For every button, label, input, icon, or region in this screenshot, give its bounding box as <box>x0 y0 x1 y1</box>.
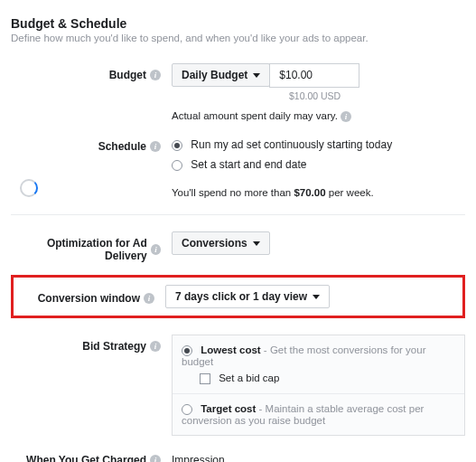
chevron-down-icon <box>253 73 260 78</box>
schedule-row: Schedule i Run my ad set continuously st… <box>11 135 465 198</box>
optimization-dropdown[interactable]: Conversions <box>172 231 270 255</box>
info-icon[interactable]: i <box>150 70 161 80</box>
bid-strategy-label: Bid Strategy <box>82 340 146 353</box>
bid-option-target[interactable]: Target cost - Maintain a stable average … <box>173 393 464 435</box>
info-icon[interactable]: i <box>150 455 161 462</box>
optimization-row: Optimization for Ad Delivery i Conversio… <box>11 231 465 262</box>
schedule-option-continuous[interactable]: Run my ad set continuously starting toda… <box>172 135 465 155</box>
info-icon[interactable]: i <box>151 244 161 255</box>
charged-value: Impression <box>172 454 225 462</box>
chevron-down-icon <box>253 241 260 246</box>
checkbox-icon <box>200 373 210 384</box>
loading-spinner <box>20 179 38 197</box>
budget-label: Budget <box>109 69 146 81</box>
bid-strategy-row: Bid Strategy i Lowest cost - Get the mos… <box>11 335 465 436</box>
optimization-label: Optimization for Ad Delivery <box>11 237 147 262</box>
conversion-window-highlight: Conversion window i 7 days click or 1 da… <box>11 275 465 318</box>
radio-icon <box>172 160 182 171</box>
budget-row: Budget i Daily Budget $10.00 $10.00 USD … <box>11 63 465 122</box>
schedule-spend-limit: You'll spend no more than $70.00 per wee… <box>172 187 465 198</box>
charged-label: When You Get Charged <box>26 454 146 462</box>
bid-cap-checkbox[interactable]: Set a bid cap <box>200 372 455 384</box>
budget-type-value: Daily Budget <box>182 69 247 81</box>
budget-amount-input[interactable]: $10.00 <box>269 63 359 88</box>
charged-row: When You Get Charged i Impression <box>11 448 465 462</box>
radio-icon <box>172 140 182 151</box>
conversion-window-dropdown[interactable]: 7 days click or 1 day view <box>165 285 330 308</box>
radio-icon <box>182 345 192 356</box>
divider <box>11 214 465 215</box>
radio-icon <box>182 404 192 415</box>
bid-strategy-box: Lowest cost - Get the most conversions f… <box>172 335 465 436</box>
info-icon[interactable]: i <box>150 141 161 152</box>
budget-spend-note: Actual amount spent daily may vary. <box>172 110 338 121</box>
info-icon[interactable]: i <box>341 111 351 122</box>
chevron-down-icon <box>313 295 320 299</box>
section-title: Budget & Schedule <box>11 16 465 31</box>
bid-option-lowest[interactable]: Lowest cost - Get the most conversions f… <box>173 335 464 393</box>
info-icon[interactable]: i <box>144 293 154 304</box>
schedule-option-startend[interactable]: Set a start and end date <box>172 155 465 174</box>
conversion-window-label: Conversion window <box>38 292 140 305</box>
schedule-label: Schedule <box>98 140 146 153</box>
section-subtitle: Define how much you'd like to spend, and… <box>11 33 465 43</box>
budget-type-dropdown[interactable]: Daily Budget <box>172 63 270 87</box>
info-icon[interactable]: i <box>150 341 161 352</box>
budget-amount-hint: $10.00 USD <box>289 90 465 101</box>
